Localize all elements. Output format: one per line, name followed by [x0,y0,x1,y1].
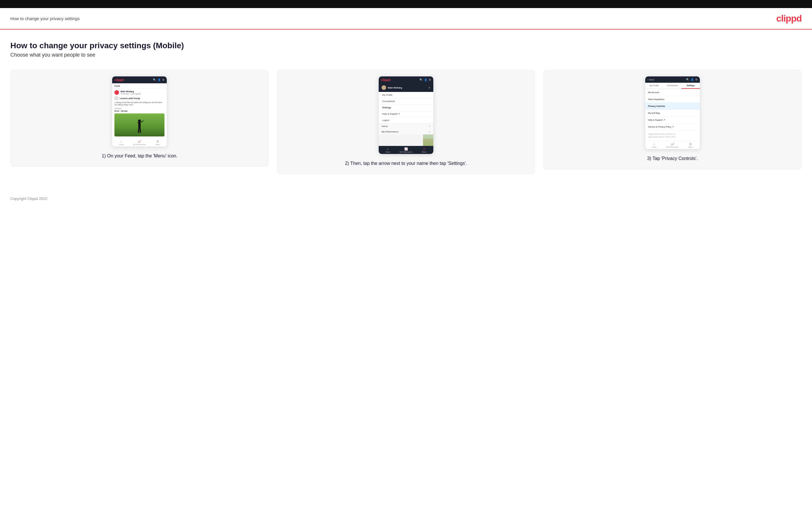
tab-connections[interactable]: Connections [663,83,681,89]
nav-home-3: ⌂ Home [645,143,663,148]
menu-icon: ☰ [156,140,159,143]
phone1-bottom-nav: ⌂ Home 📈 My Performance ☰ Menu [112,138,167,147]
tab-settings[interactable]: Settings [681,83,700,89]
step3-description: 3) Tap 'Privacy Controls'. [647,155,698,162]
close-icon: ✕ [423,147,425,151]
nav-menu-label-3: Menu [689,146,693,148]
nav-menu-label-2: Menu [422,151,426,153]
copyright: Copyright Clippd 2022 [10,196,47,201]
settings-list: My Account › Data Integrations › Privacy… [645,89,700,130]
svg-rect-1 [138,122,141,128]
chevron-down-icon-2: ∨ [429,130,430,133]
phone1-feed-tab: Feed [112,83,167,89]
search-icon-3: 🔍 [686,78,689,81]
performance-icon-2: 📈 [404,147,408,151]
profile-icon: 👤 [158,78,161,81]
menu-icon-3: ☰ [689,143,692,146]
steps-container: clippd 🔍 👤 ⚙ Feed Blair M [10,69,802,175]
nav-performance-2: 📈 My Performance [397,147,415,153]
server-version: GQL Server Version: 2022.7.30-1 [648,135,697,138]
chevron-down-icon: ∨ [429,125,430,127]
version-info: Clippd Client Version: 2022.8.3-3 GQL Se… [645,130,700,141]
phone3-bottom-nav: ⌂ Home 📈 My Performance ☰ Menu [645,141,700,149]
menu-item-my-profile[interactable]: My Profile [379,92,433,98]
header-title: How to change your privacy settings [10,16,80,21]
back-button[interactable]: < Back [648,78,654,81]
chevron-right-icon: › [696,91,697,94]
phone3-topbar: < Back 🔍 👤 ⚙ [645,76,700,83]
phone2-logo: clippd [381,78,390,81]
step-card-2: clippd 🔍 👤 ⚙ Blair McHarg ∧ [277,69,536,175]
settings-icon: ⚙ [162,78,164,81]
nav-menu-label: Menu [156,144,160,145]
settings-item-privacy-policy[interactable]: Service & Privacy Policy ↗ [645,123,700,130]
chevron-right-icon-2: › [696,98,697,101]
phone1-icons: 🔍 👤 ⚙ [153,78,164,81]
svg-rect-5 [140,128,141,133]
menu-item-help[interactable]: Help & Support ↗ [379,111,433,117]
nav-menu-3[interactable]: ☰ Menu [681,143,700,148]
menu-items-list: My Profile Connections Settings Help & S… [379,92,433,146]
step-card-3: < Back 🔍 👤 ⚙ My Profile Connections [543,69,802,170]
menu-item-settings[interactable]: Settings [379,105,433,111]
client-version: Clippd Client Version: 2022.8.3-3 [648,133,697,135]
golf-image [114,113,164,136]
phone-mockup-3: < Back 🔍 👤 ⚙ My Profile Connections [645,76,700,149]
header: How to change your privacy settings clip… [0,8,812,30]
search-icon: 🔍 [153,78,156,81]
settings-item-data-integrations[interactable]: Data Integrations › [645,96,700,103]
tab-my-profile[interactable]: My Profile [645,83,663,89]
svg-point-0 [138,119,141,122]
lesson-desc: Looking to feel like my hands are exitin… [114,101,164,106]
phone-mockup-1: clippd 🔍 👤 ⚙ Feed Blair M [112,76,167,147]
performance-icon-3: 📈 [671,143,674,146]
nav-home-label-3: Home [652,146,656,148]
settings-icon-3: ⚙ [695,78,698,81]
menu-item-connections[interactable]: Connections [379,98,433,105]
settings-item-my-golf-bag[interactable]: My Golf Bag › [645,110,700,117]
nav-home-label-2: Home [386,151,390,153]
phone2-topbar: clippd 🔍 👤 ⚙ [379,76,433,83]
settings-item-privacy-controls[interactable]: Privacy Controls › [645,103,700,110]
step2-description: 2) Then, tap the arrow next to your name… [345,160,467,167]
profile-icon-3: 👤 [691,78,694,81]
lesson-title: Lesson with Fordy [119,97,140,100]
nav-performance-label-3: My Performance [666,146,679,148]
lesson-row: Lesson with Fordy [114,96,164,100]
step1-description: 1) On your Feed, tap the 'Menu' icon. [102,153,177,159]
nav-menu-1[interactable]: ☰ Menu [149,140,167,145]
settings-tabs: My Profile Connections Settings [645,83,700,89]
menu-user-row: Blair McHarg ∧ [379,83,433,92]
menu-item-logout[interactable]: Logout [379,117,433,123]
phone1-logo: clippd [114,78,123,81]
step-card-1: clippd 🔍 👤 ⚙ Feed Blair M [10,69,269,167]
phone1-topbar: clippd 🔍 👤 ⚙ [112,76,167,83]
menu-section-home[interactable]: Home ∨ [379,123,433,129]
home-icon-2: ⌂ [387,147,389,151]
search-icon-2: 🔍 [419,78,423,81]
home-icon-3: ⌂ [653,143,655,146]
phone-mockup-2-wrapper: clippd 🔍 👤 ⚙ Blair McHarg ∧ [379,76,433,154]
golfer-silhouette [134,119,145,136]
nav-home-label: Home [119,144,123,145]
duration-value: 01 hr : 30 min [114,110,164,112]
nav-performance-1: 📈 My Performance [131,140,149,145]
performance-icon: 📈 [138,140,141,143]
settings-item-help[interactable]: Help & Support ↗ [645,117,700,123]
nav-performance-label-2: My Performance [400,151,412,153]
menu-username: Blair McHarg [388,87,402,89]
nav-home-2: ⌂ Home [379,147,397,153]
settings-icon-2: ⚙ [429,78,431,81]
page-heading: How to change your privacy settings (Mob… [10,41,802,50]
svg-rect-4 [138,128,140,133]
nav-close-2[interactable]: ✕ Menu [415,147,433,153]
user-avatar [382,85,386,90]
menu-section-performance[interactable]: My Performance ∨ [379,129,433,134]
settings-item-my-account[interactable]: My Account › [645,89,700,96]
nav-performance-label: My Performance [133,144,146,145]
post-header: Blair McHarg Yesterday · Sunningdale [114,90,164,95]
duration-label: Duration [114,107,164,109]
post-author: Blair McHarg [120,90,141,93]
phone3-icons: 🔍 👤 ⚙ [686,78,698,81]
phone-mockup-2: clippd 🔍 👤 ⚙ Blair McHarg ∧ [379,76,433,154]
